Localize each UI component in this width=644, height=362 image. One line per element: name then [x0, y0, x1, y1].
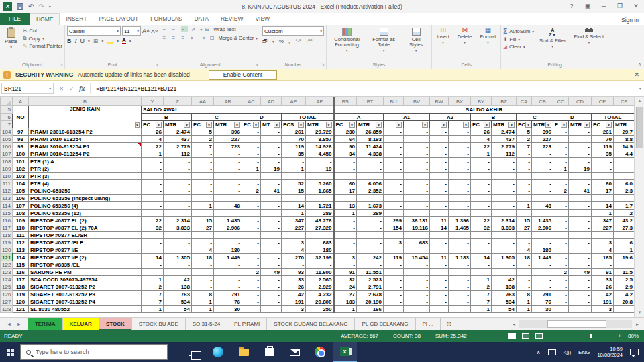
cell[interactable]: -: [261, 217, 282, 224]
cell[interactable]: -: [517, 173, 532, 180]
cell[interactable]: 4.232: [306, 291, 334, 298]
cell[interactable]: 106: [13, 195, 29, 202]
cell[interactable]: PTR (3): [29, 173, 142, 180]
cell[interactable]: -: [261, 291, 282, 298]
cell[interactable]: -: [471, 261, 492, 269]
cell[interactable]: 30: [532, 306, 553, 313]
cell[interactable]: 1.465: [449, 224, 471, 232]
cell[interactable]: -: [430, 306, 449, 313]
cell[interactable]: -: [242, 232, 261, 239]
cell[interactable]: 2.314: [492, 217, 517, 224]
cell[interactable]: -: [357, 232, 384, 239]
cell[interactable]: -: [553, 232, 569, 239]
cell[interactable]: 4.338: [357, 150, 384, 158]
column-header[interactable]: BT: [357, 97, 384, 106]
cell[interactable]: -: [449, 261, 471, 269]
cell[interactable]: 1: [517, 202, 532, 210]
cell[interactable]: 227: [214, 136, 242, 143]
cell[interactable]: -: [449, 291, 471, 298]
cell[interactable]: 14: [471, 254, 492, 261]
cell[interactable]: -: [569, 276, 592, 283]
vertical-scroll-thumb[interactable]: [636, 107, 643, 148]
cell[interactable]: -: [517, 195, 532, 202]
cell[interactable]: -: [404, 246, 430, 254]
cell[interactable]: -: [142, 269, 164, 276]
cell[interactable]: -: [592, 261, 614, 269]
cell[interactable]: -: [282, 261, 306, 269]
cell[interactable]: -: [261, 143, 282, 150]
cell[interactable]: -: [553, 283, 569, 291]
cell[interactable]: 299: [384, 217, 404, 224]
cell[interactable]: -: [242, 291, 261, 298]
cell[interactable]: 2.9: [614, 283, 635, 291]
cell[interactable]: 22: [142, 143, 164, 150]
cell[interactable]: 70: [592, 136, 614, 143]
cell[interactable]: 15: [192, 217, 214, 224]
cell[interactable]: -: [449, 143, 471, 150]
cell[interactable]: 54: [492, 306, 517, 313]
scroll-up-icon[interactable]: ▲: [635, 97, 644, 105]
tab-page-layout[interactable]: PAGE LAYOUT: [93, 13, 144, 25]
cell[interactable]: -: [192, 173, 214, 180]
cell[interactable]: -: [592, 165, 614, 173]
row-header[interactable]: 117: [1, 224, 13, 232]
cell[interactable]: 32: [471, 224, 492, 232]
cell[interactable]: -: [334, 217, 357, 224]
cell[interactable]: -: [261, 224, 282, 232]
cell[interactable]: -: [306, 232, 334, 239]
cell[interactable]: 76: [532, 298, 553, 306]
redo-icon[interactable]: ↷: [38, 3, 44, 10]
enable-content-button[interactable]: Enable Content: [209, 70, 278, 80]
cell[interactable]: 27.320: [306, 224, 334, 232]
cell[interactable]: -: [164, 202, 192, 210]
cell[interactable]: -: [449, 187, 471, 195]
increase-indent-icon[interactable]: ⇥: [200, 35, 207, 41]
cell[interactable]: 19: [569, 165, 592, 173]
cell[interactable]: 7: [142, 298, 164, 306]
cell[interactable]: 1: [192, 298, 214, 306]
cell[interactable]: 11.600: [306, 269, 334, 276]
restore-button[interactable]: ❐: [612, 0, 628, 13]
cell[interactable]: 1.721: [306, 202, 334, 210]
cell[interactable]: 437: [164, 136, 192, 143]
cell[interactable]: 43.276: [306, 217, 334, 224]
cell[interactable]: 19.6: [614, 254, 635, 261]
sheet-grid[interactable]: ABYZAAABACADAEAFBSBTBUBVBWBXBYBZCACBCCCD…: [0, 97, 635, 313]
cell[interactable]: -: [242, 128, 261, 136]
cell[interactable]: 1.7: [614, 202, 635, 210]
cell[interactable]: -: [404, 180, 430, 187]
decrease-indent-icon[interactable]: ⇤: [191, 35, 197, 41]
cell[interactable]: 91: [334, 269, 357, 276]
cell[interactable]: -: [242, 202, 261, 210]
cell[interactable]: -: [517, 158, 532, 165]
cell[interactable]: 3.833: [492, 224, 517, 232]
cell[interactable]: 22: [471, 143, 492, 150]
cell[interactable]: -: [553, 254, 569, 261]
cell[interactable]: -: [384, 269, 404, 276]
cell[interactable]: -: [242, 136, 261, 143]
cell[interactable]: -: [164, 239, 192, 246]
cell[interactable]: 26: [142, 128, 164, 136]
cell[interactable]: 1: [592, 210, 614, 217]
cell[interactable]: -: [553, 291, 569, 298]
cell[interactable]: -: [430, 136, 449, 143]
edge-button[interactable]: [205, 342, 231, 362]
cell[interactable]: 52: [282, 180, 306, 187]
cell[interactable]: 15: [517, 217, 532, 224]
sheet-tab-keluar[interactable]: KELUAR: [63, 318, 99, 330]
cell[interactable]: -: [242, 283, 261, 291]
cell[interactable]: -: [430, 202, 449, 210]
cell[interactable]: -: [261, 195, 282, 202]
cell[interactable]: -: [430, 128, 449, 136]
cell[interactable]: -: [553, 239, 569, 246]
cell[interactable]: 183: [334, 298, 357, 306]
cell[interactable]: 723: [214, 143, 242, 150]
cell[interactable]: -: [449, 269, 471, 276]
cell[interactable]: 8.8: [614, 136, 635, 143]
cell[interactable]: -: [471, 158, 492, 165]
cell[interactable]: 242: [357, 254, 384, 261]
align-right-icon[interactable]: ≡: [181, 35, 188, 41]
cell[interactable]: -: [384, 283, 404, 291]
cell[interactable]: 20.800: [306, 298, 334, 306]
cell[interactable]: -: [242, 239, 261, 246]
